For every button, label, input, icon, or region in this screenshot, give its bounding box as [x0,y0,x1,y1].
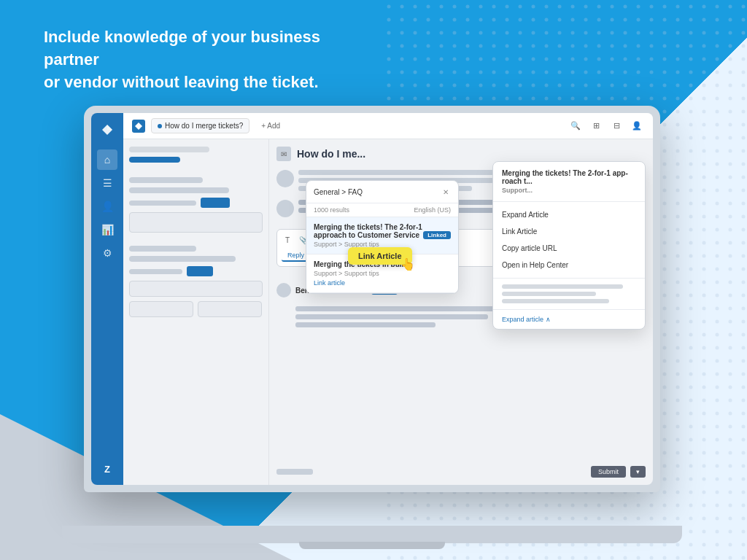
main-area: How do I merge tickets? + Add 🔍 ⊞ ⊟ 👤 [123,113,653,485]
tab-indicator [158,124,162,128]
topbar: How do I merge tickets? + Add 🔍 ⊞ ⊟ 👤 [123,113,653,139]
tagline-line2: or vendor without leaving the ticket. [44,71,365,94]
ben-avatar [276,283,291,298]
topbar-actions: 🔍 ⊞ ⊟ 👤 [568,119,644,133]
kb-result-2-action[interactable]: Link article [314,279,451,287]
grid-icon[interactable]: ⊞ [589,119,603,133]
article-bar-3 [502,299,609,303]
article-meta: Support... [502,187,636,194]
text-format-icon[interactable]: T [282,234,293,246]
laptop: ⌂ ☰ 👤 📊 ⚙ Z [84,106,660,529]
article-action-open-hc[interactable]: Open in Help Center [493,257,645,273]
kb-meta: 1000 results English (US) [306,203,458,217]
cursor-hand: 👆 [400,257,415,271]
article-action-link[interactable]: Link Article [493,223,645,240]
sidebar: ⌂ ☰ 👤 📊 ⚙ Z [91,113,123,485]
bottom-placeholder [276,469,313,475]
topbar-tab[interactable]: How do I merge tickets? [151,118,249,133]
laptop-body: ⌂ ☰ 👤 📊 ⚙ Z [84,106,660,492]
left-placeholder-4 [129,201,196,206]
article-title: Merging the tickets! The 2-for-1 app-roa… [502,169,636,185]
content-area: ✉ How do I me... [123,139,653,485]
left-box-1[interactable] [129,212,263,233]
left-placeholder-6 [129,256,236,262]
left-placeholder-7 [129,269,182,274]
article-expand-link[interactable]: Expand article ∧ [493,309,645,329]
kb-result-1-title: Merging the tickets! The 2-for-1 approac… [314,223,451,239]
ben-msg-3 [295,322,436,327]
kb-result-2-meta: Support > Support tips [314,270,451,277]
ticket-title: How do I me... [297,148,365,160]
left-placeholder-3 [129,187,229,193]
tagline: Include knowledge of your business partn… [44,26,365,93]
topbar-logo [132,120,145,133]
sidebar-icon-zendesk[interactable]: Z [97,459,117,479]
article-bar-2 [502,292,596,296]
kb-search-text[interactable]: General > FAQ [314,188,436,196]
left-blue-tag2 [187,266,213,276]
tagline-line1: Include knowledge of your business partn… [44,26,365,71]
sidebar-icon-users[interactable]: 👤 [97,196,117,217]
article-action-copy-url[interactable]: Copy article URL [493,240,645,257]
kb-language: English (US) [414,206,451,214]
topbar-add-button[interactable]: + Add [255,120,286,131]
search-icon[interactable]: 🔍 [568,119,583,133]
kb-results-count: 1000 results [314,206,349,214]
user-icon[interactable]: 👤 [630,119,644,133]
action-button-1[interactable]: Submit [591,466,626,478]
kb-linked-badge: Linked [423,231,451,239]
kb-panel: General > FAQ ✕ 1000 results English (US… [306,180,459,294]
kb-close-icon[interactable]: ✕ [441,187,451,197]
left-placeholder-5 [129,246,196,252]
sidebar-icon-home[interactable]: ⌂ [97,149,117,170]
article-bars [493,278,645,309]
left-placeholder-1 [129,147,209,152]
laptop-base [62,526,682,543]
left-placeholder-2 [129,177,203,183]
sidebar-icon-reports[interactable]: 📊 [97,219,117,240]
apps-icon[interactable]: ⊟ [609,119,624,133]
ben-msg-2 [295,314,488,319]
action-button-2[interactable]: ▾ [630,466,646,478]
laptop-notch [299,542,445,549]
article-action-expand[interactable]: Expand Article [493,206,645,223]
bottom-actions: Submit ▾ [276,460,646,478]
sidebar-icon-tickets[interactable]: ☰ [97,173,117,193]
avatar-2 [276,200,294,217]
article-bar-1 [502,284,623,289]
sidebar-icon-settings[interactable]: ⚙ [97,243,117,263]
sidebar-logo[interactable] [96,119,118,141]
article-actions: Expand Article Link Article Copy article… [493,202,645,278]
topbar-tab-label: How do I merge tickets? [165,122,243,130]
left-box-2[interactable] [129,281,263,297]
left-panel [123,139,269,485]
left-box-4[interactable] [198,301,262,317]
article-panel: Merging the tickets! The 2-for-1 app-roa… [492,161,646,330]
ticket-area: ✉ How do I me... [269,139,653,485]
article-panel-header: Merging the tickets! The 2-for-1 app-roa… [493,162,645,202]
avatar-1 [276,170,294,187]
left-blue-tag [201,198,230,208]
left-box-3[interactable] [129,301,193,317]
laptop-screen: ⌂ ☰ 👤 📊 ⚙ Z [91,113,653,485]
sidebar-bottom: Z [97,415,117,479]
kb-search-bar: General > FAQ ✕ [306,181,458,203]
ticket-icon: ✉ [276,147,291,161]
left-placeholder-blue [129,157,180,163]
